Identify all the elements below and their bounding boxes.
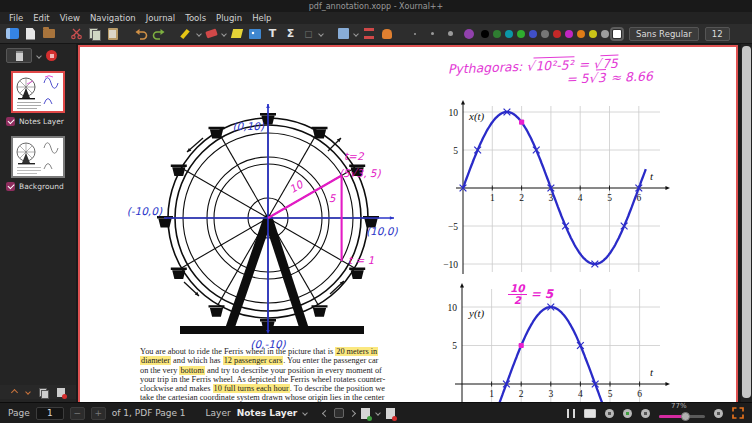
layer-row-notes[interactable]: Notes Layer	[0, 116, 76, 130]
redo-button[interactable]	[151, 26, 166, 42]
zoom-in-button[interactable]	[641, 409, 650, 418]
menu-edit[interactable]: Edit	[28, 13, 54, 23]
color-swatch-9[interactable]	[589, 30, 597, 38]
zoom-original-button[interactable]	[623, 409, 632, 418]
paragraph-line: your trip in the Ferris wheel. As depict…	[140, 375, 385, 384]
add-layer-icon[interactable]	[361, 408, 370, 419]
zoom-slider[interactable]	[659, 415, 705, 418]
svg-text:t: t	[650, 170, 654, 182]
layer-stack-icon[interactable]	[334, 408, 344, 418]
eraser-tool-button[interactable]	[204, 26, 219, 42]
font-size-button[interactable]: 12	[705, 27, 730, 41]
pen-icon	[181, 28, 193, 40]
toolbar: T Σ ◻ Sans Regular 12	[0, 24, 752, 44]
shape-tool-button[interactable]: ◻	[301, 26, 316, 42]
menu-tools[interactable]: Tools	[180, 13, 211, 23]
pen-tool-button[interactable]	[179, 26, 194, 42]
previous-layer-icon[interactable]	[322, 409, 329, 416]
new-document-button[interactable]	[23, 26, 38, 42]
fill-button[interactable]	[461, 26, 476, 42]
menu-file[interactable]: File	[4, 13, 28, 23]
undo-button[interactable]	[133, 26, 148, 42]
cut-button[interactable]	[69, 26, 84, 42]
zoom-out-button[interactable]	[605, 409, 614, 418]
next-layer-icon[interactable]	[349, 409, 356, 416]
move-page-down-icon[interactable]	[25, 389, 31, 395]
toggle-sidebar-button[interactable]	[5, 26, 20, 42]
eraser-options-chevron-icon[interactable]	[221, 31, 227, 37]
sidebar-close-button[interactable]	[46, 50, 57, 61]
highlighter-tool-button[interactable]	[229, 26, 244, 42]
font-name-button[interactable]: Sans Regular	[629, 27, 699, 41]
zoom-slider-knob[interactable]	[681, 412, 690, 421]
delete-layer-icon[interactable]	[386, 408, 395, 419]
page-number-input[interactable]	[36, 407, 64, 420]
insert-image-button[interactable]	[247, 26, 262, 42]
color-swatch-11[interactable]	[613, 30, 621, 38]
scrollbar-thumb[interactable]	[742, 46, 751, 398]
menu-journal[interactable]: Journal	[141, 13, 180, 23]
vertical-scrollbar[interactable]	[741, 44, 752, 402]
selection-tool-button[interactable]	[336, 26, 351, 42]
add-layer-chevron-icon[interactable]	[375, 410, 381, 416]
text-tool-icon: T	[269, 27, 277, 40]
hand-tool-button[interactable]	[379, 26, 394, 42]
page-decrement-button[interactable]: −	[70, 407, 85, 420]
page-canvas[interactable]: (0,10)(-10,0)(10,0)(0,-10)105t=2(5√3, 5)…	[78, 45, 738, 402]
thickness-thick-button[interactable]	[443, 26, 458, 42]
color-swatch-8[interactable]	[577, 30, 585, 38]
paste-button[interactable]	[105, 26, 120, 42]
vertical-space-button[interactable]	[361, 26, 376, 42]
layer-selector[interactable]: Notes Layer	[237, 408, 298, 418]
preview-mode-chevron-icon[interactable]	[36, 53, 42, 59]
copy-page-icon[interactable]	[39, 388, 48, 397]
svg-text:4: 4	[578, 389, 583, 399]
sigma-icon: Σ	[287, 27, 295, 40]
color-swatch-4[interactable]	[529, 30, 537, 38]
zoom-percent-label: 77%	[671, 402, 687, 410]
menu-bar: FileEditViewNavigationJournalToolsPlugin…	[0, 12, 752, 24]
status-bar: Page − + of 1, PDF Page 1 Layer Notes La…	[0, 402, 752, 423]
color-swatch-6[interactable]	[553, 30, 561, 38]
math-tex-button[interactable]: Σ	[283, 26, 298, 42]
dual-page-view-icon[interactable]	[567, 409, 575, 418]
color-swatch-1[interactable]	[493, 30, 501, 38]
fraction-annotation: 10 2 = 5	[508, 283, 553, 305]
svg-text:5: 5	[453, 146, 458, 156]
move-page-up-icon[interactable]	[10, 388, 17, 395]
layer-checkbox-notes[interactable]	[6, 117, 15, 126]
presentation-mode-icon[interactable]	[584, 409, 596, 418]
shape-options-chevron-icon[interactable]	[318, 31, 324, 37]
color-swatch-5[interactable]	[541, 30, 549, 38]
layer-row-background[interactable]: Background	[0, 181, 76, 195]
menu-plugin[interactable]: Plugin	[211, 13, 247, 23]
thickness-fine-button[interactable]	[407, 26, 422, 42]
menu-view[interactable]: View	[55, 13, 85, 23]
sidebar-preview-mode-button[interactable]	[6, 48, 32, 63]
thickness-medium-icon	[431, 32, 435, 36]
color-swatch-7[interactable]	[565, 30, 573, 38]
pen-options-chevron-icon[interactable]	[196, 31, 202, 37]
page-increment-button[interactable]: +	[91, 407, 106, 420]
layer-checkbox-background[interactable]	[6, 182, 15, 191]
svg-text:4: 4	[578, 193, 583, 203]
selection-options-chevron-icon[interactable]	[353, 31, 359, 37]
color-swatch-0[interactable]	[481, 30, 489, 38]
layer-thumbnail-background[interactable]	[11, 136, 65, 178]
label-t2-coords: (5√3, 5)	[339, 167, 382, 179]
delete-page-icon[interactable]	[57, 388, 65, 397]
layer-selector-chevron-icon[interactable]	[302, 410, 308, 416]
color-swatch-3[interactable]	[517, 30, 525, 38]
menu-help[interactable]: Help	[247, 13, 276, 23]
svg-text:1: 1	[489, 389, 494, 399]
open-file-button[interactable]	[41, 26, 56, 42]
menu-navigation[interactable]: Navigation	[85, 13, 141, 23]
color-swatch-2[interactable]	[505, 30, 513, 38]
layer-thumbnail-notes[interactable]	[11, 71, 65, 113]
thickness-medium-button[interactable]	[425, 26, 440, 42]
text-tool-button[interactable]: T	[265, 26, 280, 42]
fullscreen-icon[interactable]	[732, 407, 744, 419]
color-swatch-10[interactable]	[601, 30, 609, 38]
copy-button[interactable]	[87, 26, 102, 42]
zoom-fit-button[interactable]	[714, 409, 723, 418]
